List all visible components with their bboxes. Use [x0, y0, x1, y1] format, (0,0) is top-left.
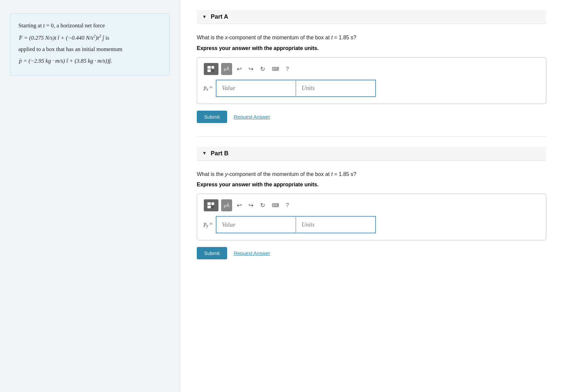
part-a-mu-btn[interactable]: μÅ	[221, 63, 232, 75]
part-a-input-row: px =	[204, 80, 539, 97]
part-a-input-label: px =	[204, 85, 212, 92]
problem-line-3: applied to a box that has an initial mom…	[18, 45, 161, 54]
part-a-redo-btn[interactable]: ↪	[246, 64, 255, 74]
part-a-title: Part A	[211, 13, 228, 20]
part-a-value-input[interactable]	[216, 80, 296, 97]
part-b-answer-box: μÅ ↩ ↪ ↻ ⌨ ? py =	[197, 194, 546, 240]
part-b-keyboard-btn[interactable]: ⌨	[270, 201, 281, 210]
part-b-undo-btn[interactable]: ↩	[235, 200, 244, 210]
part-b-submit-btn[interactable]: Submit	[197, 247, 227, 259]
part-b-units-input[interactable]	[296, 216, 376, 233]
part-a-submit-btn[interactable]: Submit	[197, 111, 227, 123]
part-a-help-btn[interactable]: ?	[284, 65, 291, 73]
part-a-request-answer-btn[interactable]: Request Answer	[234, 114, 270, 120]
part-a-chevron[interactable]: ▼	[202, 14, 207, 20]
part-b-toolbar: μÅ ↩ ↪ ↻ ⌨ ?	[204, 199, 539, 211]
part-b-value-input[interactable]	[216, 216, 296, 233]
part-b-action-row: Submit Request Answer	[197, 247, 546, 259]
part-a-action-row: Submit Request Answer	[197, 111, 546, 123]
problem-statement: Starting at t = 0, a horizontal net forc…	[10, 13, 170, 76]
part-a-instruction: Express your answer with the appropriate…	[197, 45, 546, 51]
part-b-question: What is the y-component of the momentum …	[197, 170, 546, 179]
part-b-input-row: py =	[204, 216, 539, 233]
part-a-section: ▼ Part A What is the x-component of the …	[197, 10, 546, 123]
left-panel: Starting at t = 0, a horizontal net forc…	[0, 0, 180, 392]
part-b-help-btn[interactable]: ?	[284, 201, 291, 210]
part-b-title: Part B	[211, 150, 228, 157]
problem-line-4: → p = (−2.95 kg · m/s) î + (3.85 kg · m/…	[18, 56, 161, 66]
part-a-question: What is the x-component of the momentum …	[197, 33, 546, 42]
part-b-input-label: py =	[204, 221, 212, 228]
part-b-request-answer-btn[interactable]: Request Answer	[234, 250, 270, 256]
problem-line-1: Starting at t = 0, a horizontal net forc…	[18, 21, 161, 31]
part-b-header: ▼ Part B	[197, 147, 546, 161]
part-b-redo-btn[interactable]: ↪	[246, 200, 255, 210]
section-divider	[197, 136, 546, 137]
part-a-refresh-btn[interactable]: ↻	[258, 64, 267, 74]
part-b-matrix-btn[interactable]	[204, 199, 218, 211]
problem-line-2: → F = (0.275 N/s)t î + (−0.440 N/s2)t2 ĵ…	[18, 33, 161, 43]
part-b-mu-btn[interactable]: μÅ	[221, 199, 232, 211]
part-b-refresh-btn[interactable]: ↻	[258, 200, 267, 210]
part-b-section: ▼ Part B What is the y-component of the …	[197, 147, 546, 260]
part-a-undo-btn[interactable]: ↩	[235, 64, 244, 74]
part-a-keyboard-btn[interactable]: ⌨	[270, 65, 281, 73]
part-a-matrix-btn[interactable]	[204, 63, 218, 75]
part-b-instruction: Express your answer with the appropriate…	[197, 182, 546, 188]
part-a-header: ▼ Part A	[197, 10, 546, 24]
right-panel: ▼ Part A What is the x-component of the …	[180, 0, 563, 392]
part-a-units-input[interactable]	[296, 80, 376, 97]
part-a-toolbar: μÅ ↩ ↪ ↻ ⌨ ?	[204, 63, 539, 75]
part-a-answer-box: μÅ ↩ ↪ ↻ ⌨ ? px =	[197, 57, 546, 104]
part-b-chevron[interactable]: ▼	[202, 151, 207, 156]
